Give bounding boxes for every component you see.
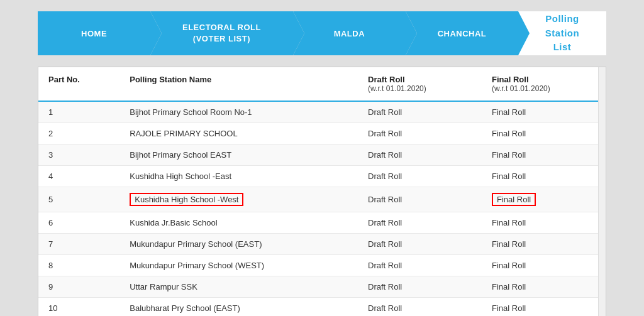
cell-draft-roll[interactable]: Draft Roll: [358, 255, 482, 276]
cell-final-roll[interactable]: Final Roll: [482, 166, 606, 187]
table-row: 5Kushidha High School -WestDraft RollFin…: [38, 187, 606, 212]
table-row: 3Bijhot Primary School EASTDraft RollFin…: [38, 144, 606, 166]
cell-final-roll[interactable]: Final Roll: [482, 276, 606, 298]
cell-station-name: Balubharat Pry School (EAST): [119, 298, 358, 317]
cell-station-name: RAJOLE PRIMARY SCHOOL: [119, 123, 358, 144]
cell-part-no: 1: [38, 101, 119, 123]
cell-station-name: Mukundapur Primary School (EAST): [119, 234, 358, 255]
breadcrumb-malda[interactable]: MALDA: [293, 11, 406, 55]
cell-draft-roll[interactable]: Draft Roll: [358, 187, 482, 212]
breadcrumb-chanchal[interactable]: Chanchal: [406, 11, 518, 55]
cell-part-no: 7: [38, 234, 119, 255]
cell-part-no: 2: [38, 123, 119, 144]
table-row: 4Kushidha High School -EastDraft RollFin…: [38, 166, 606, 187]
cell-final-roll[interactable]: Final Roll: [482, 144, 606, 166]
table-row: 9Uttar Rampur SSKDraft RollFinal Roll: [38, 276, 606, 298]
cell-station-name: Uttar Rampur SSK: [119, 276, 358, 298]
cell-draft-roll[interactable]: Draft Roll: [358, 101, 482, 123]
cell-station-name: Kushida Jr.Basic School: [119, 212, 358, 234]
cell-final-roll[interactable]: Final Roll: [482, 212, 606, 234]
cell-final-roll[interactable]: Final Roll: [482, 255, 606, 276]
table-row: 1Bijhot Primary School Room No-1Draft Ro…: [38, 101, 606, 123]
col-draft-roll: Draft Roll (w.r.t 01.01.2020): [358, 67, 482, 101]
cell-station-name: Mukundapur Primary School (WEST): [119, 255, 358, 276]
table-row: 8Mukundapur Primary School (WEST)Draft R…: [38, 255, 606, 276]
cell-draft-roll[interactable]: Draft Roll: [358, 276, 482, 298]
scrollbar[interactable]: [598, 67, 606, 316]
breadcrumb-polling-station-list[interactable]: PollingStationList: [518, 11, 606, 55]
col-part-no: Part No.: [38, 67, 119, 101]
table-header-row: Part No. Polling Station Name Draft Roll…: [38, 67, 606, 101]
cell-final-roll[interactable]: Final Roll: [482, 234, 606, 255]
table-row: 2RAJOLE PRIMARY SCHOOLDraft RollFinal Ro…: [38, 123, 606, 144]
cell-station-name: Bijhot Primary School EAST: [119, 144, 358, 166]
cell-station-name: Kushidha High School -West: [119, 187, 358, 212]
cell-station-name: Bijhot Primary School Room No-1: [119, 101, 358, 123]
cell-draft-roll[interactable]: Draft Roll: [358, 298, 482, 317]
breadcrumb-home[interactable]: Home: [38, 11, 150, 55]
col-station-name: Polling Station Name: [119, 67, 358, 101]
cell-final-roll[interactable]: Final Roll: [482, 187, 606, 212]
cell-part-no: 3: [38, 144, 119, 166]
cell-final-roll[interactable]: Final Roll: [482, 101, 606, 123]
cell-station-name: Kushidha High School -East: [119, 166, 358, 187]
cell-part-no: 10: [38, 298, 119, 317]
col-final-roll: Final Roll (w.r.t 01.01.2020): [482, 67, 606, 101]
cell-part-no: 4: [38, 166, 119, 187]
cell-draft-roll[interactable]: Draft Roll: [358, 212, 482, 234]
breadcrumb: Home ELECTORAL ROLL(VOTER LIST) MALDA Ch…: [38, 11, 606, 55]
cell-draft-roll[interactable]: Draft Roll: [358, 234, 482, 255]
cell-part-no: 9: [38, 276, 119, 298]
cell-part-no: 5: [38, 187, 119, 212]
table-row: 6Kushida Jr.Basic SchoolDraft RollFinal …: [38, 212, 606, 234]
polling-station-table: Part No. Polling Station Name Draft Roll…: [38, 67, 606, 316]
cell-draft-roll[interactable]: Draft Roll: [358, 166, 482, 187]
cell-final-roll[interactable]: Final Roll: [482, 298, 606, 317]
breadcrumb-electoral-roll[interactable]: ELECTORAL ROLL(VOTER LIST): [150, 11, 293, 55]
cell-final-roll[interactable]: Final Roll: [482, 123, 606, 144]
cell-draft-roll[interactable]: Draft Roll: [358, 144, 482, 166]
cell-part-no: 6: [38, 212, 119, 234]
cell-part-no: 8: [38, 255, 119, 276]
table-row: 7Mukundapur Primary School (EAST)Draft R…: [38, 234, 606, 255]
table-wrapper: Part No. Polling Station Name Draft Roll…: [38, 67, 606, 316]
table-row: 10Balubharat Pry School (EAST)Draft Roll…: [38, 298, 606, 317]
cell-draft-roll[interactable]: Draft Roll: [358, 123, 482, 144]
